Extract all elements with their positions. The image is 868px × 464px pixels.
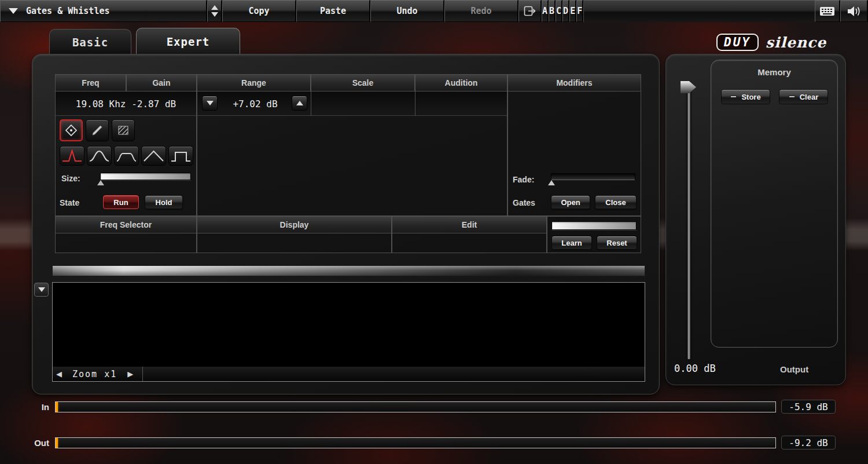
spectrum-handle-icon (38, 287, 45, 292)
preset-up-icon (211, 5, 218, 10)
out-meter (55, 437, 776, 448)
spectrum-display[interactable] (52, 282, 645, 367)
fade-slider-marker[interactable] (548, 180, 555, 185)
gates-label: Gates (513, 198, 535, 207)
freq-header: Freq (55, 74, 126, 92)
in-meter-label: In (31, 402, 49, 412)
edit-header: Edit (392, 216, 547, 233)
clear-label: Clear (800, 93, 819, 101)
preset-slot-b[interactable]: B (549, 0, 556, 22)
learn-level-bar (551, 221, 637, 230)
state-hold-button[interactable]: Hold (145, 195, 183, 209)
notch-curve-button[interactable] (114, 146, 139, 166)
triangle-curve-button[interactable] (141, 146, 166, 166)
pencil-tool-icon (90, 123, 104, 137)
size-slider-marker[interactable] (97, 180, 104, 185)
size-slider[interactable] (100, 173, 191, 180)
out-meter-value: -9.2 dB (781, 436, 836, 450)
out-meter-peak (56, 438, 58, 448)
audition-header: Audition (415, 74, 507, 92)
redo-button[interactable]: Redo (444, 0, 518, 22)
range-down-icon (207, 101, 214, 105)
range-up-button[interactable] (292, 96, 307, 111)
undo-button[interactable]: Undo (370, 0, 444, 22)
memory-clear-button[interactable]: Clear (779, 89, 828, 104)
zoom-in-button[interactable]: ▶ (124, 370, 137, 378)
zoom-out-button[interactable]: ◀ (53, 370, 65, 378)
divider (415, 91, 415, 116)
display-panel (197, 233, 392, 253)
range-header: Range (197, 74, 311, 92)
edit-panel (392, 233, 547, 253)
range-down-button[interactable] (202, 96, 218, 111)
gates-close-button[interactable]: Close (595, 195, 637, 209)
preset-slot-e[interactable]: E (569, 0, 576, 22)
in-meter-peak (56, 402, 58, 412)
modifiers-header: Modifiers (507, 74, 641, 92)
keyboard-icon (819, 6, 835, 17)
brand: DUY silence (716, 34, 826, 51)
freq-selector-panel (55, 233, 197, 253)
preset-slot-d[interactable]: D (562, 0, 569, 22)
gates-open-button[interactable]: Open (551, 195, 590, 209)
product-name: silence (766, 34, 826, 51)
duy-logo: DUY (716, 34, 759, 51)
memory-header: Memory (711, 67, 837, 77)
keyboard-button[interactable] (815, 0, 840, 22)
preset-dropdown-icon (9, 8, 18, 14)
preset-down-icon (211, 12, 218, 17)
preset-slot-row: ABCDEF (542, 0, 583, 22)
zoom-level: Zoom x1 (72, 369, 117, 379)
paste-button[interactable]: Paste (296, 0, 370, 22)
square-curve-button[interactable] (168, 146, 193, 166)
square-curve-icon (171, 149, 191, 162)
bell-curve-button[interactable] (87, 146, 112, 166)
learn-button[interactable]: Learn (551, 236, 592, 250)
export-button[interactable] (518, 0, 542, 22)
divider (142, 367, 143, 381)
preset-name: Gates & Whistles (26, 6, 110, 16)
range-value: +7.02 dB (221, 94, 289, 114)
spike-curve-button[interactable] (60, 146, 84, 166)
spectrum-canvas (53, 283, 645, 367)
triangle-curve-icon (144, 149, 164, 162)
state-run-button[interactable]: Run (103, 195, 139, 209)
preset-selector[interactable]: Gates & Whistles (0, 0, 207, 22)
export-icon (524, 6, 536, 16)
speaker-button[interactable] (840, 0, 868, 22)
pencil-tool-button[interactable] (86, 119, 109, 141)
hatch-tool-button[interactable] (112, 119, 135, 141)
reset-button[interactable]: Reset (597, 236, 637, 250)
memory-store-button[interactable]: Store (721, 89, 770, 104)
spectrum-handle-button[interactable] (34, 283, 49, 297)
display-header: Display (197, 216, 392, 233)
fade-slider[interactable] (551, 173, 635, 180)
freq-gain-value: 19.08 Khz -2.87 dB (58, 94, 194, 114)
store-label: Store (741, 93, 760, 101)
fade-label: Fade: (513, 175, 534, 184)
output-label: Output (780, 364, 808, 374)
spike-curve-icon (62, 149, 82, 162)
notch-curve-icon (116, 149, 137, 162)
tab-basic[interactable]: Basic (49, 29, 131, 55)
preset-slot-c[interactable]: C (556, 0, 562, 22)
topbar-spacer (583, 0, 815, 22)
preset-slot-a[interactable]: A (542, 0, 549, 22)
freq-selector-header: Freq Selector (55, 216, 197, 233)
node-tool-icon (64, 123, 78, 137)
store-led-icon (730, 96, 737, 98)
divider (311, 91, 311, 116)
bell-curve-icon (89, 149, 109, 162)
spectrum-scrollbar[interactable] (52, 265, 645, 276)
preset-slot-f[interactable]: F (576, 0, 583, 22)
range-up-icon (296, 101, 303, 105)
preset-stepper[interactable] (207, 0, 222, 22)
tab-expert[interactable]: Expert (136, 28, 240, 55)
vertical-slider[interactable] (687, 87, 691, 359)
hatch-tool-icon (116, 123, 130, 137)
scale-header: Scale (311, 74, 415, 92)
copy-button[interactable]: Copy (222, 0, 296, 22)
zoom-bar: ◀ Zoom x1 ▶ (52, 367, 645, 382)
in-meter (55, 401, 776, 412)
node-tool-button[interactable] (60, 119, 83, 141)
